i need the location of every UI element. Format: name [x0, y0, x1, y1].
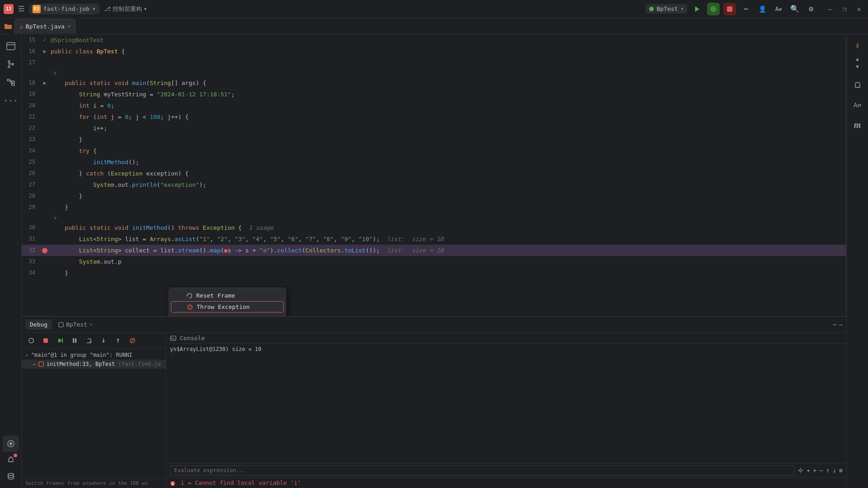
- menu-item-throw-exception[interactable]: Throw Exception: [171, 301, 284, 313]
- step-over-button[interactable]: [83, 335, 95, 346]
- more-actions-icon: ⋯: [744, 5, 748, 13]
- scroll-up-icon[interactable]: ▲: [856, 56, 859, 62]
- sidebar-item-more[interactable]: ···: [3, 92, 19, 109]
- sidebar-item-database[interactable]: [3, 468, 19, 484]
- eval-down-icon[interactable]: ↓: [832, 467, 836, 474]
- sidebar-item-project[interactable]: [3, 38, 19, 54]
- svg-rect-24: [59, 322, 63, 327]
- menu-item-reset-frame[interactable]: Reset Frame: [169, 290, 286, 301]
- debug-panel: ✓ "main"@1 in group "main": RUNNI → init…: [22, 333, 166, 488]
- sidebar-translate-icon[interactable]: A⇄: [849, 97, 866, 113]
- sidebar-item-notifications[interactable]: [3, 452, 19, 468]
- eval-minus-icon[interactable]: −: [819, 467, 823, 474]
- frame-arrow-icon: →: [33, 361, 36, 367]
- fold-indicator-2[interactable]: ⋮∨: [22, 213, 846, 222]
- svg-marker-3: [712, 8, 715, 10]
- search-button[interactable]: 🔍: [788, 3, 801, 15]
- frame-label: initMethod:33, BpTest (fast.find.jo: [47, 361, 161, 367]
- tab-bptest-close[interactable]: ×: [90, 322, 93, 327]
- more-actions-button[interactable]: ⋯: [740, 3, 752, 15]
- step-out-button[interactable]: [112, 335, 124, 346]
- settings-button[interactable]: ⚙: [805, 3, 817, 15]
- scroll-down-icon[interactable]: ▼: [856, 64, 859, 70]
- tab-close-icon[interactable]: ×: [67, 23, 71, 29]
- project-dropdown-icon: ▾: [92, 5, 96, 12]
- more-actions-bottom-icon[interactable]: ⋯: [833, 321, 836, 328]
- context-menu: Reset Frame Throw Exception Force Return…: [169, 288, 286, 316]
- svg-rect-10: [7, 79, 10, 81]
- code-editor[interactable]: 15 ✓ @SpringBootTest 16 ▶ public class B…: [22, 34, 846, 316]
- code-line-31: 31 List<String> list = Arrays.asList("1"…: [22, 233, 846, 245]
- code-line-22: 22 i++;: [22, 123, 846, 134]
- sidebar-notifications-icon[interactable]: [849, 77, 866, 93]
- eval-expand-icon[interactable]: ▾: [807, 467, 810, 474]
- sidebar-item-debug[interactable]: [3, 436, 19, 452]
- svg-rect-28: [62, 338, 63, 343]
- eval-plus-icon[interactable]: +: [813, 467, 816, 474]
- fold-indicator[interactable]: ⋮∨: [22, 68, 846, 77]
- code-line-33: 33 System.out.p: [22, 256, 846, 267]
- svg-marker-0: [695, 6, 699, 12]
- code-line-19: 19 String myTestString = "2024-01-12 17:…: [22, 89, 846, 100]
- tab-debug-label: Debug: [30, 321, 47, 328]
- profile-button[interactable]: 👤: [756, 3, 769, 15]
- translate-button[interactable]: A⇄: [772, 3, 785, 15]
- stop-debug-button[interactable]: [40, 335, 52, 346]
- menu-item-force-return-label: Force Return: [196, 315, 239, 316]
- code-line-18: 18 ▶ public static void main(String[] ar…: [22, 77, 846, 89]
- svg-rect-5: [7, 43, 15, 50]
- eval-up-icon[interactable]: ↑: [826, 467, 830, 474]
- minimize-panel-icon[interactable]: —: [839, 321, 843, 328]
- sidebar-item-git[interactable]: [3, 56, 19, 72]
- tab-bptest-java[interactable]: ☕ BpTest.java ×: [14, 19, 75, 33]
- project-selector[interactable]: FJ fast-find-job ▾: [29, 4, 99, 14]
- sidebar-warnings-icon[interactable]: ⚠ 3: [849, 38, 866, 54]
- debug-button[interactable]: [707, 3, 720, 15]
- branch-selector[interactable]: ⎇ 控制层重构 ▾: [104, 5, 147, 13]
- code-line-34: 34 }: [22, 267, 846, 279]
- title-bar: IJ ☰ FJ fast-find-job ▾ ⎇ 控制层重构 ▾ BpTest…: [0, 0, 868, 18]
- code-content: 15 ✓ @SpringBootTest 16 ▶ public class B…: [22, 34, 846, 279]
- thread-main[interactable]: ✓ "main"@1 in group "main": RUNNI: [22, 351, 166, 360]
- eval-bar: ▾ + − ↑ ↓ ⊗: [166, 463, 846, 477]
- profile-icon: 👤: [759, 5, 766, 13]
- maximize-button[interactable]: ❐: [839, 4, 850, 14]
- step-into-button[interactable]: [98, 335, 109, 346]
- ide-logo: IJ: [4, 4, 14, 14]
- tab-debug[interactable]: Debug: [25, 319, 52, 330]
- menu-item-force-return[interactable]: Force Return: [169, 313, 286, 316]
- stop-button[interactable]: [723, 3, 736, 15]
- tab-bptest[interactable]: BpTest ×: [54, 319, 97, 330]
- folder-icon[interactable]: [2, 20, 14, 33]
- svg-rect-11: [12, 81, 14, 83]
- project-name: fast-find-job: [43, 5, 90, 12]
- restart-debug-button[interactable]: [25, 335, 37, 346]
- resume-button[interactable]: [54, 335, 66, 346]
- run-config-name: BpTest: [656, 5, 678, 12]
- code-line-20: 20 int i = 0;: [22, 100, 846, 111]
- translate-sidebar-icon: A⇄: [854, 101, 861, 109]
- svg-rect-12: [12, 84, 14, 85]
- code-line-29: 29 }: [22, 202, 846, 213]
- frame-init-method[interactable]: → initMethod:33, BpTest (fast.find.jo: [22, 360, 166, 369]
- thread-main-label: "main"@1 in group "main": RUNNI: [31, 352, 132, 358]
- close-button[interactable]: ✕: [854, 4, 864, 14]
- main-layout: ··· 15 ✓ @SpringBootTest: [0, 34, 868, 488]
- gear-icon: ⚙: [809, 5, 813, 13]
- sidebar-letter-icon[interactable]: m: [849, 117, 866, 133]
- run-config-dropdown: ▾: [680, 6, 684, 12]
- svg-marker-34: [102, 341, 105, 343]
- code-line-17: 17: [22, 57, 846, 68]
- sidebar-item-structure[interactable]: [3, 74, 19, 90]
- run-config-selector[interactable]: BpTest ▾: [646, 4, 687, 14]
- run-coverage-button[interactable]: [691, 3, 703, 15]
- hamburger-menu-icon[interactable]: ☰: [18, 5, 24, 13]
- minimize-button[interactable]: —: [825, 4, 835, 14]
- eval-settings-icon[interactable]: [797, 467, 804, 474]
- editor-tab-bar: ☕ BpTest.java ×: [0, 18, 868, 34]
- eval-input[interactable]: [170, 465, 795, 475]
- pause-button[interactable]: [69, 335, 80, 346]
- eval-clear-icon[interactable]: ⊗: [839, 467, 843, 474]
- mute-breakpoints-button[interactable]: [127, 335, 138, 346]
- code-line-26: 26 } catch (Exception exception) {: [22, 168, 846, 179]
